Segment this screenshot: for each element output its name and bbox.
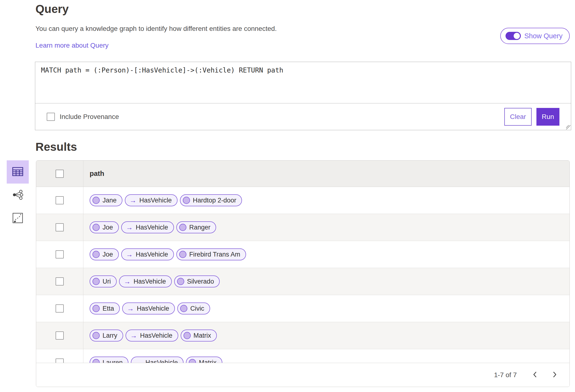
relationship-pill[interactable]: → HasVehicle (125, 329, 178, 342)
entity-pill-source[interactable]: Jane (90, 194, 122, 206)
entity-pill-source[interactable]: Joe (90, 221, 119, 233)
run-button[interactable]: Run (536, 108, 559, 126)
results-title: Results (35, 140, 77, 153)
chevron-left-icon (532, 371, 538, 379)
page-description: You can query a knowledge graph to ident… (35, 25, 277, 33)
table-view-button[interactable] (7, 160, 29, 184)
table-row: Larry → HasVehicle Matrix (36, 322, 570, 349)
query-input[interactable]: MATCH path = (:Person)-[:HasVehicle]->(:… (35, 62, 571, 103)
select-all-checkbox[interactable] (56, 170, 64, 178)
clear-button[interactable]: Clear (504, 108, 532, 126)
entity-node-icon (93, 305, 100, 312)
path-header-cell: path (83, 161, 570, 187)
relationship-label: HasVehicle (140, 197, 172, 204)
table-row: Joe → HasVehicle Firebird Trans Am (36, 241, 570, 268)
page-title: Query (35, 2, 69, 16)
entity-label: Etta (102, 305, 114, 312)
page-range-label: 1-7 of 7 (494, 371, 517, 379)
toggle-switch-icon[interactable] (505, 32, 521, 40)
entity-pill-target[interactable]: Matrix (181, 329, 217, 342)
arrow-right-icon: → (126, 224, 133, 231)
prev-page-button[interactable] (529, 369, 541, 381)
row-checkbox[interactable] (56, 196, 64, 204)
row-checkbox[interactable] (56, 223, 64, 231)
resize-handle-icon[interactable] (566, 125, 571, 130)
results-table: path Jane → HasVehicle Hardtop 2-door (36, 160, 570, 387)
map-icon (12, 213, 23, 224)
row-checkbox[interactable] (56, 277, 64, 285)
entity-pill-source[interactable]: Larry (90, 329, 123, 342)
entity-node-icon (183, 197, 190, 204)
show-query-toggle[interactable]: Show Query (500, 28, 570, 44)
entity-pill-target[interactable]: Hardtop 2-door (180, 194, 242, 206)
table-row: Etta → HasVehicle Civic (36, 295, 570, 322)
entity-label: Matrix (193, 332, 211, 339)
row-checkbox[interactable] (56, 331, 64, 340)
entity-pill-target[interactable]: Ranger (176, 221, 216, 233)
relationship-pill[interactable]: → HasVehicle (121, 248, 174, 260)
toggle-knob (514, 33, 520, 39)
entity-node-icon (180, 305, 187, 312)
entity-node-icon (93, 332, 100, 339)
table-row: Jane → HasVehicle Hardtop 2-door (36, 187, 570, 214)
entity-label: Firebird Trans Am (189, 251, 240, 258)
entity-node-icon (93, 278, 100, 285)
entity-pill-source[interactable]: Joe (90, 248, 119, 260)
table-icon (12, 167, 23, 177)
arrow-right-icon: → (124, 278, 131, 285)
entity-pill-target[interactable]: Civic (177, 303, 210, 314)
entity-label: Uri (102, 278, 111, 285)
entity-node-icon (93, 197, 100, 204)
chevron-right-icon (552, 371, 557, 379)
entity-label: Joe (102, 224, 113, 231)
entity-label: Ranger (189, 224, 211, 231)
entity-label: Jane (102, 197, 117, 204)
view-switcher (7, 160, 29, 230)
relationship-pill[interactable]: → HasVehicle (119, 275, 172, 287)
table-row: Joe → HasVehicle Ranger (36, 214, 570, 241)
entity-label: Hardtop 2-door (193, 197, 237, 204)
entity-label: Civic (190, 305, 204, 312)
row-checkbox[interactable] (56, 305, 64, 313)
arrow-right-icon: → (130, 332, 137, 339)
pagination-bar: 1-7 of 7 (36, 363, 570, 387)
include-provenance-checkbox[interactable] (47, 113, 55, 121)
entity-label: Larry (102, 332, 117, 339)
relationship-label: HasVehicle (136, 251, 168, 258)
entity-label: Joe (102, 251, 113, 258)
query-page: Query You can query a knowledge graph to… (0, 0, 575, 392)
relationship-label: HasVehicle (134, 278, 166, 285)
arrow-right-icon: → (130, 197, 137, 204)
entity-node-icon (93, 224, 100, 231)
entity-node-icon (179, 251, 186, 258)
include-provenance-label: Include Provenance (60, 113, 119, 121)
query-panel-footer: Include Provenance Clear Run (35, 103, 571, 130)
row-checkbox[interactable] (56, 250, 64, 259)
relationship-pill[interactable]: → HasVehicle (125, 194, 178, 206)
relationship-label: HasVehicle (137, 305, 169, 312)
relationship-label: HasVehicle (140, 332, 172, 339)
relationship-pill[interactable]: → HasVehicle (121, 221, 174, 233)
show-query-label: Show Query (524, 32, 563, 40)
column-header-path: path (90, 170, 104, 177)
entity-pill-target[interactable]: Silverado (174, 275, 220, 287)
relationship-pill[interactable]: → HasVehicle (122, 303, 175, 314)
query-panel: MATCH path = (:Person)-[:HasVehicle]->(:… (35, 62, 571, 130)
link-chart-icon (12, 189, 24, 201)
link-chart-view-button[interactable] (7, 184, 29, 207)
entity-node-icon (93, 251, 100, 258)
map-view-button[interactable] (7, 207, 29, 230)
table-header-row: path (36, 161, 570, 187)
next-page-button[interactable] (549, 369, 560, 381)
arrow-right-icon: → (127, 305, 134, 312)
entity-pill-source[interactable]: Etta (90, 303, 120, 314)
table-row: Uri → HasVehicle Silverado (36, 268, 570, 295)
entity-node-icon (184, 332, 191, 339)
learn-more-link[interactable]: Learn more about Query (35, 42, 109, 49)
entity-node-icon (177, 278, 184, 285)
select-all-cell (36, 161, 83, 187)
entity-pill-target[interactable]: Firebird Trans Am (176, 248, 246, 260)
entity-pill-source[interactable]: Uri (90, 275, 117, 287)
entity-node-icon (179, 224, 186, 231)
arrow-right-icon: → (126, 251, 133, 258)
